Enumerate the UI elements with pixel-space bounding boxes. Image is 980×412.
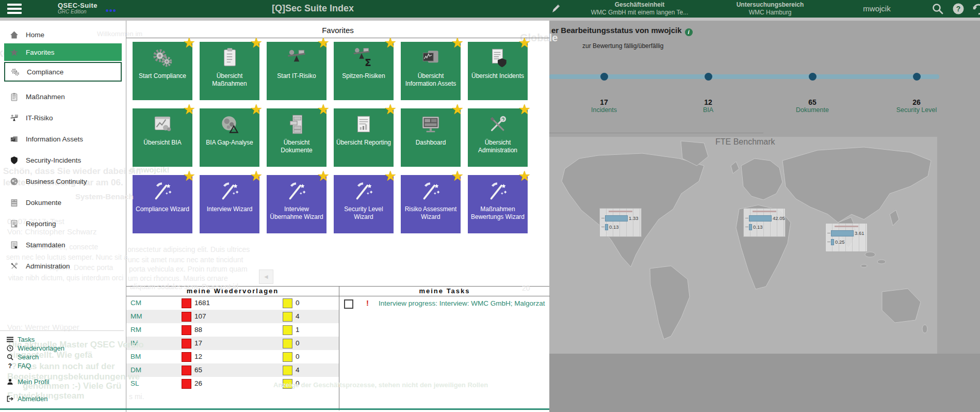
tile-label: Übersicht Reporting <box>335 137 393 150</box>
favorite-star-icon[interactable]: ★ <box>317 103 330 117</box>
favorite-star-icon[interactable]: ★ <box>451 36 464 50</box>
favorite-star-icon[interactable]: ★ <box>451 103 464 117</box>
yellow-count: 4 <box>296 312 300 320</box>
tile-uebersicht-administration[interactable]: ★Übersicht Administration <box>468 108 528 167</box>
tile-interview-wizard[interactable]: ★Interview Wizard <box>200 175 259 233</box>
tile-uebersicht-massnahmen[interactable]: ★Übersicht Maßnahmen <box>200 42 259 100</box>
task-link[interactable]: Interview progress: Interview: WMC GmbH;… <box>379 299 550 307</box>
sidebar-link-tasks[interactable]: Tasks <box>6 335 124 344</box>
bar <box>749 215 772 221</box>
status-panel-subtitle: zur Bewertung fällig/überfällig <box>582 42 663 50</box>
bar <box>749 224 752 230</box>
tile-massnahmen-bewertungs-wizard[interactable]: ★Maßnahmen Bewertungs Wizard <box>468 175 528 233</box>
module-link[interactable]: BM <box>130 353 141 360</box>
tile-label: Interview Wizard <box>205 203 254 216</box>
tile-label: Risiko Assessment Wizard <box>401 203 461 224</box>
ghost-text: um orci rhoncus. Mauris ornare <box>128 274 228 282</box>
sidebar-item-administration[interactable]: Administration <box>4 257 122 275</box>
sidebar-link-wiedervorlagen[interactable]: Wiedervorlagen <box>6 344 124 353</box>
history-icon[interactable] <box>972 3 980 18</box>
module-link[interactable]: IM <box>130 339 138 347</box>
sidebar-item-dokumente[interactable]: Dokumente <box>4 194 122 211</box>
module-link[interactable]: SL <box>130 379 139 387</box>
red-count: 65 <box>194 366 202 374</box>
sidebar-item-massnahmen[interactable]: Maßnahmen <box>4 88 122 105</box>
sidebar-link-abmelden[interactable]: Abmelden <box>6 394 124 403</box>
favorite-star-icon[interactable]: ★ <box>518 103 531 117</box>
sidebar-link-search[interactable]: Search <box>6 353 124 361</box>
scope-label: Untersuchungsbereich <box>716 1 824 9</box>
tile-security-level-wizard[interactable]: ★Security Level Wizard <box>334 175 394 233</box>
module-link[interactable]: CM <box>130 299 141 307</box>
favorite-star-icon[interactable]: ★ <box>384 36 397 50</box>
edit-pencil-icon[interactable] <box>551 3 561 15</box>
tile-uebersicht-dokumente[interactable]: ★Übersicht Dokumente <box>267 108 326 167</box>
sidebar-item-favorites[interactable]: Favorites <box>4 43 122 61</box>
table-row: MM 107 4 <box>126 310 339 323</box>
tile-uebersicht-information-assets[interactable]: ★Übersicht Information Assets <box>401 42 461 100</box>
favorite-star-icon[interactable]: ★ <box>183 103 195 117</box>
tile-dashboard[interactable]: ★Dashboard <box>401 108 461 167</box>
ghost-text: unc sit amet nunc nec ante tincidunt <box>128 256 243 264</box>
svg-text:?: ? <box>956 5 961 13</box>
tile-interview-uebernahme-wizard[interactable]: ★Interview Übernahme Wizard <box>267 175 326 233</box>
sidebar-link-mein-profil[interactable]: Mein Profil <box>6 377 124 386</box>
favorite-star-icon[interactable]: ★ <box>451 169 464 183</box>
tile-spitzen-risiken[interactable]: ★Spitzen-Risiken <box>334 42 394 100</box>
sidebar-item-it-risiko[interactable]: IT-Risiko <box>4 109 122 126</box>
timeline-dot-dokumente[interactable] <box>809 73 816 81</box>
yellow-flag-icon <box>283 352 292 362</box>
tile-risiko-assessment-wizard[interactable]: ★Risiko Assessment Wizard <box>401 175 461 233</box>
favorite-star-icon[interactable]: ★ <box>317 169 330 183</box>
ghost-text: porta vehicula ex. Proin rutrum quam <box>129 265 248 273</box>
module-link[interactable]: RM <box>130 326 141 334</box>
help-icon[interactable]: ? <box>952 3 965 17</box>
tile-compliance-wizard[interactable]: ★Compliance Wizard <box>133 175 192 233</box>
top-bar: QSEC-Suite GRC Edition [Q]Sec Suite Inde… <box>0 0 980 18</box>
search-icon[interactable] <box>932 3 944 17</box>
favorite-star-icon[interactable]: ★ <box>384 103 397 117</box>
tile-uebersicht-incidents[interactable]: ★Übersicht Incidents <box>468 42 528 100</box>
username[interactable]: mwojcik <box>848 4 905 13</box>
qsec-suite-app: Σ <box>0 0 980 412</box>
sidebar-item-label: Reporting <box>26 220 56 228</box>
favorite-star-icon[interactable]: ★ <box>518 169 531 183</box>
sidebar-item-stammdaten[interactable]: Stammdaten <box>4 236 122 253</box>
favorite-star-icon[interactable]: ★ <box>250 103 263 117</box>
favorite-star-icon[interactable]: ★ <box>183 169 195 183</box>
scope-selector[interactable]: Untersuchungsbereich WMC Hamburg <box>716 1 824 17</box>
favorite-star-icon[interactable]: ★ <box>250 36 263 50</box>
sidebar-item-label: Compliance <box>27 68 63 76</box>
tile-start-compliance[interactable]: ★Start Compliance <box>133 42 192 100</box>
favorite-star-icon[interactable]: ★ <box>183 36 195 50</box>
sidebar-item-information-assets[interactable]: Information Assets <box>4 130 122 148</box>
red-flag-icon <box>182 352 191 362</box>
business-unit-value: WMC GmbH mit einem langen Te... <box>570 9 709 17</box>
red-count: 88 <box>194 326 202 334</box>
tile-uebersicht-reporting[interactable]: ★Übersicht Reporting <box>334 108 394 167</box>
timeline-dot-security-level[interactable] <box>913 73 921 81</box>
tile-uebersicht-bia[interactable]: ★Übersicht BIA <box>133 108 192 167</box>
timeline-dot-incidents[interactable] <box>600 73 608 81</box>
sidebar-item-business-continuity[interactable]: Business Continuity <box>4 172 122 190</box>
timeline-dot-bia[interactable] <box>705 73 712 81</box>
favorite-star-icon[interactable]: ★ <box>384 169 397 183</box>
hamburger-menu-icon[interactable] <box>7 4 23 14</box>
fte-popup-north-america: 1.33 0.13 <box>599 208 642 237</box>
task-checkbox[interactable] <box>344 299 353 309</box>
info-icon[interactable]: i <box>685 28 693 36</box>
sidebar-item-compliance[interactable]: Compliance <box>4 62 122 82</box>
sidebar-item-security-incidents[interactable]: Security-Incidents <box>4 151 122 169</box>
sidebar-item-home[interactable]: Home <box>4 26 122 43</box>
tile-start-it-risiko[interactable]: ★Start IT-Risiko <box>267 42 326 100</box>
sidebar-item-reporting[interactable]: Reporting <box>4 215 122 232</box>
favorite-star-icon[interactable]: ★ <box>317 36 330 50</box>
favorite-star-icon[interactable]: ★ <box>250 169 263 183</box>
sidebar-link-faq[interactable]: ? FAQ <box>6 361 124 370</box>
module-link[interactable]: DM <box>130 366 141 374</box>
business-unit-selector[interactable]: Geschäftseinheit WMC GmbH mit einem lang… <box>570 1 709 17</box>
tile-bia-gap-analyse[interactable]: ★BIA Gap-Analyse <box>200 108 259 167</box>
module-link[interactable]: MM <box>130 312 142 320</box>
favorite-star-icon[interactable]: ★ <box>518 36 531 50</box>
tile-label: Spitzen-Risiken <box>340 70 386 83</box>
